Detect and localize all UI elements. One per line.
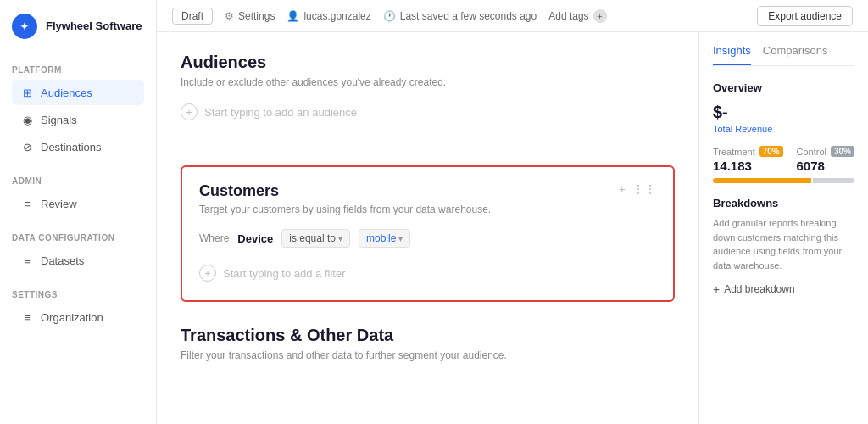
treatment-label: Treatment — [713, 147, 755, 157]
transactions-block: Transactions & Other Data Filter your tr… — [181, 326, 675, 361]
divider-1 — [181, 148, 675, 148]
treatment-group: Treatment 70% 14.183 — [713, 146, 783, 173]
organization-icon: ≡ — [20, 310, 34, 324]
data-config-section: Data Configuration ≡ Datasets — [0, 221, 156, 278]
card-actions: + ⋮⋮ — [619, 182, 656, 196]
control-label: Control — [797, 147, 826, 157]
add-tags-plus: + — [593, 9, 607, 23]
sidebar-item-review[interactable]: ≡ Review — [12, 191, 144, 216]
user-label: lucas.gonzalez — [303, 10, 370, 22]
chevron-down-icon-2: ▾ — [398, 234, 403, 243]
breakdowns-title: Breakdowns — [713, 197, 854, 209]
treatment-value: 14.183 — [713, 159, 783, 173]
customers-card-header: Customers Target your customers by using… — [199, 182, 656, 229]
sidebar-item-audiences[interactable]: ⊞ Audiences — [12, 80, 144, 105]
add-filter-label: Start typing to add a filter — [223, 267, 346, 280]
destinations-icon: ⊘ — [20, 140, 34, 153]
customers-header-left: Customers Target your customers by using… — [199, 182, 491, 229]
add-breakdown-label: Add breakdown — [724, 283, 794, 295]
control-badge: 30% — [831, 146, 854, 157]
filter-field-label: Device — [237, 232, 273, 245]
gear-icon: ⚙ — [225, 10, 234, 22]
customers-card: Customers Target your customers by using… — [181, 165, 675, 302]
plus-icon: + — [713, 282, 720, 296]
top-bar: Draft ⚙ Settings 👤 lucas.gonzalez 🕐 Last… — [157, 0, 868, 32]
add-tags-label: Add tags — [548, 10, 588, 22]
audiences-block: Audiences Include or exclude other audie… — [181, 53, 675, 124]
sidebar-item-label: Signals — [41, 114, 77, 126]
customers-subtitle: Target your customers by using fields fr… — [199, 204, 491, 215]
export-audience-button[interactable]: Export audience — [757, 6, 853, 26]
filter-value-label: mobile — [366, 232, 396, 244]
customers-title: Customers — [199, 182, 491, 200]
filter-where-label: Where — [199, 232, 229, 244]
sidebar: ✦ Flywheel Software Platform ⊞ Audiences… — [0, 0, 157, 424]
treatment-label-row: Treatment 70% — [713, 146, 783, 157]
sidebar-item-label: Datasets — [41, 254, 84, 267]
logo-icon: ✦ — [12, 14, 37, 39]
settings-item[interactable]: ⚙ Settings — [225, 10, 275, 22]
user-item: 👤 lucas.gonzalez — [287, 10, 370, 22]
saved-item: 🕐 Last saved a few seconds ago — [383, 10, 537, 22]
treatment-badge: 70% — [760, 146, 783, 157]
stat-row: Treatment 70% 14.183 Control 30% 6078 — [713, 146, 854, 173]
control-label-row: Control 30% — [797, 146, 854, 157]
progress-bar — [713, 178, 854, 183]
sidebar-item-label: Review — [41, 198, 77, 210]
revenue-value: $- — [713, 103, 854, 122]
sidebar-logo: ✦ Flywheel Software — [0, 0, 156, 53]
transactions-subtitle: Filter your transactions and other data … — [181, 349, 675, 361]
draft-badge: Draft — [172, 8, 213, 25]
audiences-title: Audiences — [181, 53, 675, 72]
tab-insights[interactable]: Insights — [713, 44, 751, 65]
control-group: Control 30% 6078 — [797, 146, 854, 173]
chevron-down-icon: ▾ — [338, 234, 342, 243]
add-filter-row[interactable]: + Start typing to add a filter — [199, 261, 656, 285]
add-audience-row[interactable]: + Start typing to add an audience — [181, 100, 675, 124]
add-action-icon[interactable]: + — [619, 182, 626, 196]
settings-section-label: Settings — [12, 290, 144, 299]
control-bar — [813, 178, 855, 183]
platform-section-label: Platform — [12, 65, 144, 75]
control-value: 6078 — [797, 159, 854, 173]
treatment-bar — [713, 178, 811, 183]
overview-title: Overview — [713, 81, 854, 94]
filter-row: Where Device is equal to ▾ mobile ▾ — [199, 229, 656, 248]
right-panel: Insights Comparisons Overview $- Total R… — [698, 32, 868, 424]
user-icon: 👤 — [287, 10, 299, 22]
signals-icon: ◉ — [20, 113, 34, 126]
add-filter-icon: + — [199, 265, 216, 282]
audiences-subtitle: Include or exclude other audiences you'v… — [181, 76, 675, 88]
settings-label: Settings — [238, 10, 275, 22]
add-audience-icon: + — [181, 103, 198, 120]
transactions-title: Transactions & Other Data — [181, 326, 675, 345]
review-icon: ≡ — [20, 197, 34, 210]
filter-value-select[interactable]: mobile ▾ — [359, 229, 410, 248]
breakdowns-text: Add granular reports breaking down custo… — [713, 216, 854, 272]
datasets-icon: ≡ — [20, 254, 34, 267]
main-wrap: Draft ⚙ Settings 👤 lucas.gonzalez 🕐 Last… — [157, 0, 868, 424]
sidebar-item-datasets[interactable]: ≡ Datasets — [12, 248, 144, 273]
sidebar-item-label: Audiences — [41, 86, 92, 99]
platform-section: Platform ⊞ Audiences ◉ Signals ⊘ Destina… — [0, 53, 156, 165]
data-config-label: Data Configuration — [12, 233, 144, 243]
admin-section: Admin ≡ Review — [0, 165, 156, 221]
revenue-label: Total Revenue — [713, 124, 854, 134]
add-breakdown-button[interactable]: + Add breakdown — [713, 282, 854, 296]
content-area: Audiences Include or exclude other audie… — [157, 32, 868, 424]
sidebar-item-label: Destinations — [41, 141, 102, 153]
sidebar-item-destinations[interactable]: ⊘ Destinations — [12, 134, 144, 159]
more-action-icon[interactable]: ⋮⋮ — [632, 182, 656, 196]
settings-section: Settings ≡ Organization — [0, 278, 156, 335]
filter-operator-select[interactable]: is equal to ▾ — [281, 229, 350, 248]
add-audience-label: Start typing to add an audience — [204, 106, 357, 119]
saved-label: Last saved a few seconds ago — [400, 10, 537, 22]
app-name: Flywheel Software — [46, 20, 142, 34]
sidebar-item-organization[interactable]: ≡ Organization — [12, 304, 144, 330]
panel-tabs: Insights Comparisons — [713, 44, 854, 66]
add-tags-item[interactable]: Add tags + — [548, 9, 606, 23]
main-content: Audiences Include or exclude other audie… — [157, 32, 698, 424]
tab-comparisons[interactable]: Comparisons — [763, 44, 828, 65]
sidebar-item-signals[interactable]: ◉ Signals — [12, 107, 144, 132]
audiences-icon: ⊞ — [20, 86, 34, 99]
